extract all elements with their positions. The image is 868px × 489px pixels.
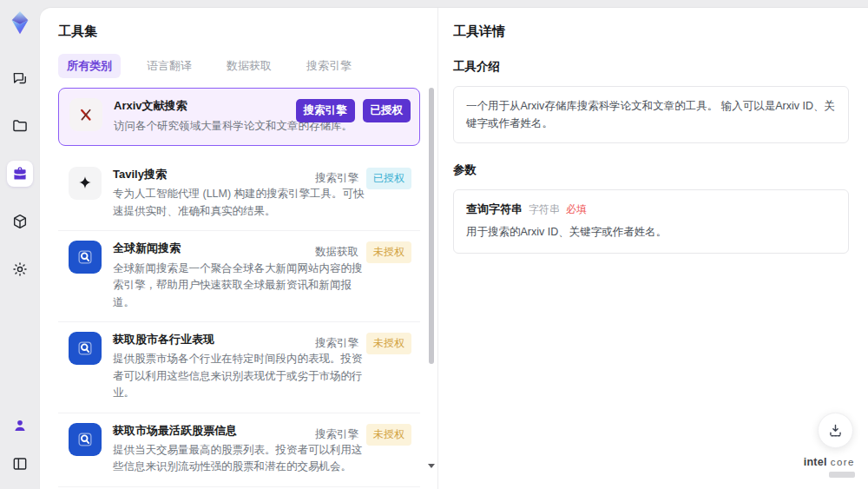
required-badge: 必填	[566, 202, 587, 217]
status-badge: 已授权	[363, 99, 411, 122]
category-badge: 搜索引擎	[296, 99, 355, 122]
sidebar-item-packages[interactable]	[7, 208, 33, 235]
detail-title: 工具详情	[453, 23, 849, 40]
app-window: 工具集 所有类别 语言翻译 数据获取 搜索引擎	[0, 0, 868, 489]
tool-icon	[69, 98, 102, 131]
tool-card[interactable]: 获取市场最活跃股票信息 提供当天交易量最高的股票列表。投资者可以利用这些信息来识…	[58, 413, 420, 487]
tool-description: 提供股票市场各个行业在特定时间段内的表现。投资者可以利用这些信息来识别表现优于或…	[113, 351, 370, 401]
sidebar-item-account[interactable]	[7, 413, 33, 439]
main-surface: 工具集 所有类别 语言翻译 数据获取 搜索引擎	[39, 7, 868, 489]
parameter-card: 查询字符串 字符串 必填 用于搜索的Arxiv ID、关键字或作者姓名。	[453, 189, 849, 254]
scrollbar-thumb[interactable]	[429, 88, 434, 364]
sidebar	[0, 0, 39, 489]
sidebar-item-panel-toggle[interactable]	[7, 451, 33, 477]
params-section-title: 参数	[453, 162, 849, 178]
tool-icon	[69, 241, 102, 274]
category-tab[interactable]: 数据获取	[218, 54, 280, 78]
tool-detail-panel: 工具详情 工具介绍 一个用于从Arxiv存储库搜索科学论文和文章的工具。 输入可…	[437, 8, 868, 489]
settings-icon	[11, 261, 29, 278]
parameter-header: 查询字符串 字符串 必填	[466, 202, 836, 217]
status-badge: 未授权	[366, 333, 411, 354]
status-badge: 已授权	[366, 168, 411, 189]
tool-badges: 搜索引擎 已授权	[296, 99, 411, 122]
category-badge: 搜索引擎	[315, 427, 358, 442]
brand-text: intel core	[804, 456, 855, 468]
sidebar-item-settings[interactable]	[7, 256, 33, 282]
scrollbar-down-arrow-icon[interactable]	[428, 464, 435, 468]
intro-text-box: 一个用于从Arxiv存储库搜索科学论文和文章的工具。 输入可以是Arxiv ID…	[453, 86, 849, 143]
category-tab[interactable]: 所有类别	[58, 54, 121, 78]
arxiv-icon	[76, 105, 95, 124]
user-icon	[11, 417, 29, 434]
tool-list: Arxiv文献搜索 访问各个研究领域大量科学论文和文章的存储库。 搜索引擎 已授…	[58, 88, 420, 489]
intro-section-title: 工具介绍	[453, 59, 849, 75]
intel-core-brand: intel core	[804, 456, 855, 478]
tool-card[interactable]: Arxiv文献搜索 访问各个研究领域大量科学论文和文章的存储库。 搜索引擎 已授…	[58, 88, 420, 146]
search-magnifier-icon	[76, 248, 95, 267]
category-badge: 搜索引擎	[315, 171, 358, 186]
panel-toggle-icon	[11, 455, 29, 472]
category-tab[interactable]: 语言翻译	[138, 54, 201, 78]
chat-icon	[11, 69, 29, 87]
search-magnifier-icon	[76, 339, 95, 358]
download-icon	[827, 422, 844, 439]
sidebar-bottom	[7, 413, 33, 477]
download-button[interactable]	[818, 413, 853, 448]
tool-badges: 搜索引擎 未授权	[315, 333, 411, 354]
category-tabs: 所有类别 语言翻译 数据获取 搜索引擎	[58, 54, 420, 78]
tool-list-panel: 工具集 所有类别 语言翻译 数据获取 搜索引擎	[40, 8, 437, 489]
parameter-description: 用于搜索的Arxiv ID、关键字或作者姓名。	[466, 225, 836, 240]
tool-icon	[69, 423, 102, 456]
search-magnifier-icon	[76, 430, 95, 449]
tool-icon	[69, 167, 102, 200]
category-badge: 数据获取	[315, 245, 358, 260]
folder-icon	[11, 117, 29, 135]
sidebar-item-chat[interactable]	[7, 65, 33, 91]
tool-card[interactable]: Tavily搜索 专为人工智能代理 (LLM) 构建的搜索引擎工具。可快速提供实…	[58, 157, 420, 231]
brand-word-intel: intel	[804, 456, 827, 468]
tool-badges: 数据获取 未授权	[315, 241, 411, 263]
cube-icon	[11, 213, 29, 230]
tool-icon	[69, 332, 102, 365]
sidebar-item-files[interactable]	[7, 113, 33, 139]
category-tab[interactable]: 搜索引擎	[298, 54, 360, 78]
category-badge: 搜索引擎	[315, 336, 358, 351]
tool-card[interactable]: 获取股市各行业表现 提供股票市场各个行业在特定时间段内的表现。投资者可以利用这些…	[58, 322, 420, 413]
tool-badges: 搜索引擎 未授权	[315, 424, 411, 446]
page-title: 工具集	[58, 23, 420, 40]
status-badge: 未授权	[366, 241, 411, 263]
parameter-name: 查询字符串	[466, 202, 523, 217]
tool-description: 提供当天交易量最高的股票列表。投资者可以利用这些信息来识别流动性强的股票和潜在的…	[113, 442, 370, 476]
brand-word-core: core	[831, 457, 855, 467]
sidebar-item-toolbox[interactable]	[7, 161, 33, 187]
toolbox-icon	[11, 165, 29, 182]
tool-badges: 搜索引擎 已授权	[315, 168, 411, 189]
list-scrollbar[interactable]	[429, 84, 435, 480]
status-badge: 未授权	[366, 424, 411, 446]
sidebar-nav	[7, 65, 33, 282]
app-logo-gem-icon	[7, 10, 33, 36]
tool-description: 专为人工智能代理 (LLM) 构建的搜索引擎工具。可快速提供实时、准确和真实的结…	[113, 186, 370, 220]
brand-badge-bar	[829, 472, 855, 478]
tool-description: 全球新闻搜索是一个聚合全球各大新闻网站内容的搜索引擎，帮助用户快速获取全球最新资…	[113, 261, 370, 311]
sparkle-star-icon	[76, 174, 95, 193]
parameter-type: 字符串	[529, 202, 560, 217]
tool-card[interactable]: 全球新闻搜索 全球新闻搜索是一个聚合全球各大新闻网站内容的搜索引擎，帮助用户快速…	[58, 231, 420, 322]
